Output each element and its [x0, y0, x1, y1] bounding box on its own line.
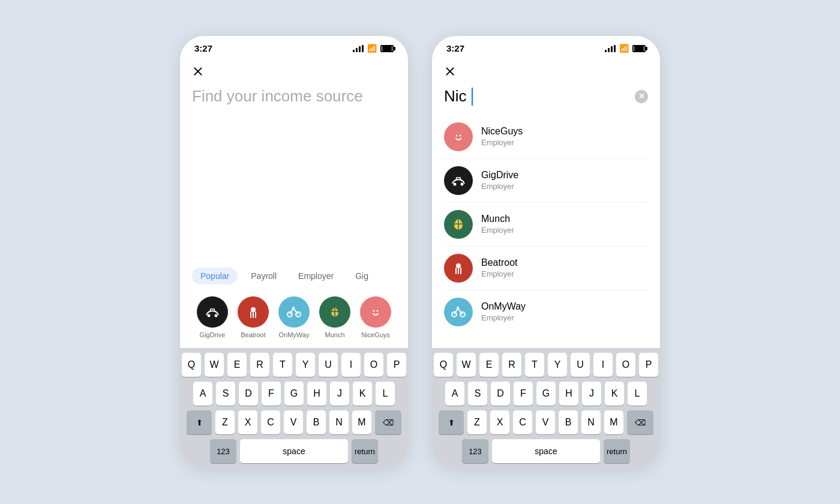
key-return[interactable]: return: [352, 439, 378, 463]
key-M[interactable]: M: [352, 410, 371, 434]
key2-Z[interactable]: Z: [467, 410, 487, 434]
key2-X[interactable]: X: [490, 410, 509, 434]
popular-label-gigdrive: GigDrive: [200, 331, 226, 338]
popular-item-munch[interactable]: Munch: [319, 296, 350, 338]
key2-J[interactable]: J: [582, 382, 601, 406]
result-info-onmyway: OnMyWay Employer: [481, 301, 648, 323]
key-X[interactable]: X: [238, 410, 257, 434]
key2-C[interactable]: C: [513, 410, 532, 434]
key-F[interactable]: F: [262, 382, 281, 406]
key-T[interactable]: T: [273, 353, 292, 377]
status-bar-1: 3:27 📶: [180, 36, 408, 58]
key2-O[interactable]: O: [616, 353, 635, 377]
popular-item-niceguys[interactable]: NiceGuys: [360, 296, 391, 338]
key2-N[interactable]: N: [581, 410, 601, 434]
key2-Y[interactable]: Y: [548, 353, 567, 377]
close-icon-1[interactable]: [192, 65, 204, 77]
key2-A[interactable]: A: [445, 382, 464, 406]
key-U[interactable]: U: [319, 353, 338, 377]
result-avatar-gigdrive: [444, 166, 473, 195]
key2-U[interactable]: U: [571, 353, 590, 377]
key-row-2-1: Q W E R T Y U I O P: [434, 353, 658, 377]
key-row-3: ⬆ Z X C V B N M ⌫: [182, 410, 406, 434]
key2-123[interactable]: 123: [462, 439, 488, 463]
close-button-area-2: [432, 58, 660, 82]
avatar-gigdrive-popular: [197, 296, 228, 328]
key2-E[interactable]: E: [479, 353, 499, 377]
key2-return[interactable]: return: [604, 439, 630, 463]
key-O[interactable]: O: [364, 353, 383, 377]
signal-icon-1: [353, 45, 364, 52]
key2-T[interactable]: T: [525, 353, 544, 377]
key-W[interactable]: W: [205, 353, 224, 377]
search-placeholder-1[interactable]: Find your income source: [192, 87, 363, 105]
key-P[interactable]: P: [387, 353, 406, 377]
key2-Q[interactable]: Q: [434, 353, 453, 377]
result-item-gigdrive[interactable]: GigDrive Employer: [444, 159, 648, 203]
key2-space[interactable]: space: [492, 439, 600, 463]
key2-S[interactable]: S: [468, 382, 487, 406]
key-S[interactable]: S: [216, 382, 235, 406]
key-R[interactable]: R: [250, 353, 269, 377]
key2-H[interactable]: H: [559, 382, 578, 406]
key2-delete[interactable]: ⌫: [627, 410, 653, 434]
phone-2: 3:27 📶 Nic ✕: [432, 36, 660, 468]
key2-G[interactable]: G: [536, 382, 556, 406]
key2-B[interactable]: B: [559, 410, 578, 434]
key-A[interactable]: A: [193, 382, 212, 406]
key-N[interactable]: N: [329, 410, 349, 434]
key2-I[interactable]: I: [593, 353, 613, 377]
key-K[interactable]: K: [353, 382, 372, 406]
key-I[interactable]: I: [341, 353, 361, 377]
popular-item-onmyway[interactable]: OnMyWay: [278, 296, 310, 338]
key2-F[interactable]: F: [514, 382, 533, 406]
key-123[interactable]: 123: [210, 439, 236, 463]
search-area-1: Find your income source: [180, 82, 408, 115]
tab-employer[interactable]: Employer: [290, 268, 342, 284]
key-space[interactable]: space: [240, 439, 348, 463]
result-item-onmyway[interactable]: OnMyWay Employer: [444, 290, 648, 334]
svg-point-1: [215, 314, 218, 317]
tab-payroll[interactable]: Payroll: [242, 268, 285, 284]
search-cursor: [472, 88, 473, 106]
key-Z[interactable]: Z: [215, 410, 235, 434]
tab-gig[interactable]: Gig: [347, 268, 377, 284]
key-D[interactable]: D: [239, 382, 258, 406]
key-Y[interactable]: Y: [296, 353, 315, 377]
result-info-gigdrive: GigDrive Employer: [481, 169, 648, 192]
popular-item-beatroot[interactable]: Beatroot: [238, 296, 269, 338]
tab-popular[interactable]: Popular: [192, 268, 238, 284]
key2-L[interactable]: L: [628, 382, 647, 406]
phone-1: 3:27 📶 Find your income source: [180, 36, 408, 468]
key-E[interactable]: E: [227, 353, 247, 377]
key-shift[interactable]: ⬆: [187, 410, 212, 434]
result-item-beatroot[interactable]: Beatroot Employer: [444, 247, 648, 290]
result-item-niceguys[interactable]: NiceGuys Employer: [444, 115, 648, 159]
search-input-row: Nic ✕: [444, 87, 648, 106]
key-H[interactable]: H: [307, 382, 326, 406]
key-L[interactable]: L: [376, 382, 395, 406]
key-J[interactable]: J: [330, 382, 349, 406]
key2-K[interactable]: K: [605, 382, 624, 406]
signal-icon-2: [605, 45, 616, 52]
key-C[interactable]: C: [261, 410, 280, 434]
close-icon-2[interactable]: [444, 65, 456, 77]
search-value-2[interactable]: Nic: [444, 87, 467, 106]
key2-shift[interactable]: ⬆: [439, 410, 464, 434]
result-item-munch[interactable]: Munch Employer: [444, 203, 648, 247]
key-delete[interactable]: ⌫: [375, 410, 401, 434]
key-Q[interactable]: Q: [182, 353, 201, 377]
popular-item-gigdrive[interactable]: GigDrive: [197, 296, 228, 338]
key-G[interactable]: G: [284, 382, 304, 406]
key2-R[interactable]: R: [502, 353, 521, 377]
key2-W[interactable]: W: [457, 353, 476, 377]
key2-V[interactable]: V: [536, 410, 555, 434]
key2-M[interactable]: M: [604, 410, 623, 434]
svg-point-2: [251, 307, 256, 312]
result-name-beatroot: Beatroot: [481, 257, 648, 269]
key2-D[interactable]: D: [491, 382, 510, 406]
key2-P[interactable]: P: [639, 353, 658, 377]
key-B[interactable]: B: [307, 410, 326, 434]
key-V[interactable]: V: [284, 410, 303, 434]
clear-button-2[interactable]: ✕: [635, 90, 648, 103]
